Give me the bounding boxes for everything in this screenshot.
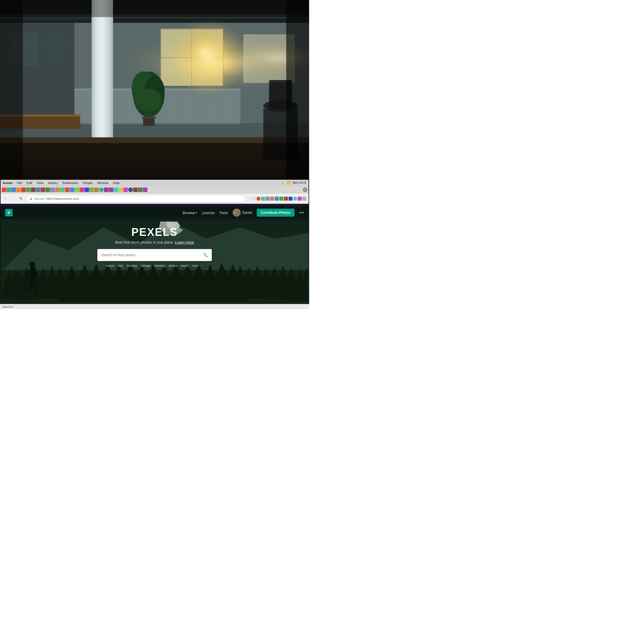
search-input[interactable]	[101, 253, 201, 257]
tag-blur[interactable]: blur	[118, 264, 123, 267]
svg-rect-16	[160, 57, 223, 58]
hero-title: PEXELS	[131, 226, 178, 238]
ext-right-10[interactable]	[298, 197, 302, 201]
ext-icon-6[interactable]	[26, 187, 31, 192]
ext-right-11[interactable]: ✕	[302, 197, 306, 201]
ext-icon-16[interactable]	[75, 187, 79, 192]
ext-right-6[interactable]	[279, 197, 283, 201]
browse-nav-link[interactable]: Browse ▾	[183, 211, 197, 215]
tag-wood[interactable]: wood	[181, 264, 188, 267]
ext-icon-17[interactable]	[80, 187, 84, 192]
monitor-screen: hrome File Edit View History Bookmarks P…	[1, 180, 309, 309]
ext-icon-26[interactable]	[123, 187, 128, 192]
ext-icon-15[interactable]	[70, 187, 74, 192]
ext-icon-7[interactable]	[31, 187, 35, 192]
ext-icon-12[interactable]	[55, 187, 60, 192]
ext-icon-22[interactable]	[104, 187, 108, 192]
user-section[interactable]: Daniel	[233, 209, 252, 217]
ext-icon-30[interactable]	[143, 187, 147, 192]
tag-vintage[interactable]: vintage	[141, 264, 151, 267]
learn-more-link[interactable]: Learn more	[175, 240, 194, 244]
secure-label: Secure	[34, 197, 44, 200]
ext-right-7[interactable]	[284, 197, 288, 201]
svg-rect-43	[143, 117, 155, 126]
ext-right-5[interactable]	[275, 197, 279, 201]
tag-phone[interactable]: phone	[169, 264, 178, 267]
shield-icon[interactable]: 🛡	[253, 197, 256, 200]
bookmark-icon[interactable]: ☆	[249, 197, 252, 200]
menu-history[interactable]: History	[48, 181, 58, 185]
menu-bookmarks[interactable]: Bookmarks	[62, 181, 78, 185]
ext-icon-18[interactable]	[84, 187, 89, 192]
ext-right-8[interactable]	[289, 197, 293, 201]
ext-icon-29[interactable]	[138, 187, 143, 192]
tools-nav-link[interactable]: Tools	[219, 211, 228, 215]
clock: Wed 16:15	[293, 181, 306, 184]
svg-rect-25	[169, 89, 170, 123]
ext-icon-14[interactable]	[65, 187, 70, 192]
search-tags: house blur training vintage meeting phon…	[106, 264, 203, 267]
address-bar[interactable]: 🔒 Secure https://www.pexels.com	[26, 195, 246, 202]
ext-icon-24[interactable]	[114, 187, 118, 192]
svg-rect-27	[209, 89, 210, 123]
forward-button[interactable]: →	[10, 195, 17, 202]
pexels-logo-area[interactable]: P	[5, 209, 13, 216]
toolbar-right-icons: ☆ 🛡 ✕	[249, 197, 306, 201]
ext-icon-28[interactable]	[133, 187, 138, 192]
menu-file[interactable]: File	[17, 181, 22, 185]
status-bar: Searches	[0, 304, 309, 309]
ext-icon-3[interactable]	[11, 187, 16, 192]
ext-icon-21[interactable]	[99, 187, 104, 192]
ext-icon-4[interactable]	[16, 187, 21, 192]
close-icon[interactable]: ✕	[303, 187, 307, 192]
back-button[interactable]: ←	[3, 195, 9, 202]
ext-icon-8[interactable]	[36, 187, 40, 192]
menu-edit[interactable]: Edit	[27, 181, 32, 185]
svg-rect-31	[43, 31, 69, 66]
ext-icon-9[interactable]	[41, 187, 45, 192]
ext-icon-2[interactable]	[7, 187, 11, 192]
ext-icon-10[interactable]	[46, 187, 50, 192]
ext-icon-27[interactable]	[128, 187, 133, 192]
ext-icon-5[interactable]	[21, 187, 26, 192]
menu-window[interactable]: Window	[97, 181, 108, 185]
battery-indicator: 🔋	[281, 181, 285, 184]
ext-icon-11[interactable]	[50, 187, 55, 192]
ext-right-1[interactable]	[256, 197, 260, 201]
tag-meeting[interactable]: meeting	[154, 264, 165, 267]
menu-people[interactable]: People	[83, 181, 92, 185]
tag-training[interactable]: training	[127, 264, 137, 267]
pexels-navbar: P Browse ▾ License Tools	[1, 206, 309, 219]
ext-icon-19[interactable]	[89, 187, 94, 192]
status-text: Searches	[2, 305, 13, 308]
contribute-photos-button[interactable]: Contribute Photos	[257, 209, 295, 217]
ext-right-4[interactable]	[270, 197, 274, 201]
svg-rect-52	[0, 0, 309, 17]
hero-content: PEXELS Best free stock photos in one pla…	[1, 220, 309, 267]
tag-house[interactable]: house	[106, 264, 114, 267]
monitor-area: hrome File Edit View History Bookmarks P…	[0, 179, 309, 309]
svg-rect-23	[129, 89, 130, 123]
ext-icon-1[interactable]	[2, 187, 6, 192]
license-nav-link[interactable]: License	[202, 211, 215, 215]
ext-right-9[interactable]	[293, 197, 297, 201]
svg-rect-34	[37, 31, 37, 66]
ext-right-2[interactable]	[261, 197, 265, 201]
office-background	[0, 0, 309, 192]
browser-toolbar: ← → ↻ 🔒 Secure https://www.pexels.com ☆ …	[1, 193, 309, 204]
logo-letter: P	[8, 211, 10, 215]
more-options-button[interactable]: •••	[299, 210, 304, 215]
svg-rect-15	[191, 29, 192, 86]
ext-icon-20[interactable]	[94, 187, 99, 192]
ext-icon-13[interactable]	[60, 187, 65, 192]
menu-view[interactable]: View	[37, 181, 44, 185]
menu-help[interactable]: Help	[113, 181, 120, 185]
more-tags-button[interactable]: more →	[192, 264, 203, 267]
ext-icon-25[interactable]	[118, 187, 123, 192]
svg-rect-33	[24, 31, 25, 66]
ext-icon-23[interactable]	[109, 187, 113, 192]
search-bar[interactable]: 🔍	[97, 249, 212, 261]
reload-button[interactable]: ↻	[18, 195, 24, 202]
ext-right-3[interactable]	[266, 197, 270, 201]
browse-label: Browse	[183, 211, 195, 215]
